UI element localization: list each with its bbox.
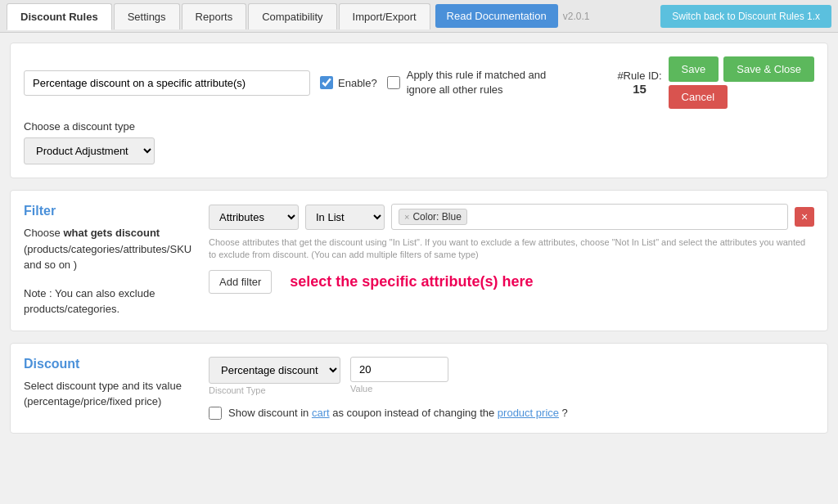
coupon-row: Show discount in cart as coupon instead … (209, 407, 814, 420)
filter-card: Filter Choose what gets discount (produc… (10, 190, 828, 331)
read-docs-button[interactable]: Read Documentation (435, 4, 558, 28)
filter-condition-select[interactable]: In List Not In List (305, 205, 385, 230)
tab-compatibility[interactable]: Compatibility (248, 3, 336, 29)
discount-layout: Discount Select discount type and its va… (24, 357, 814, 420)
filter-hint: Choose attributes that get the discount … (209, 236, 814, 262)
discount-value-input[interactable] (350, 357, 448, 382)
discount-type-section: Choose a discount type Product Adjustmen… (24, 120, 814, 164)
rule-id-info: #Rule ID: 15 (617, 70, 661, 96)
enable-checkbox[interactable] (320, 76, 333, 89)
save-close-button[interactable]: Save & Close (723, 56, 814, 82)
apply-rule-text: Apply this rule if matched and ignore al… (407, 68, 575, 97)
discount-type-label: Choose a discount type (24, 120, 814, 133)
filter-right: Attributes Products Categories SKU In Li… (209, 204, 814, 317)
enable-label: Enable? (320, 76, 377, 89)
cancel-button[interactable]: Cancel (669, 85, 728, 109)
apply-rule-checkbox[interactable] (387, 76, 400, 89)
select-hint-text: select the specific attribute(s) here (290, 273, 533, 290)
rule-name-row: Enable? Apply this rule if matched and i… (24, 56, 814, 109)
tag-remove-icon[interactable]: × (404, 212, 409, 222)
switch-back-button[interactable]: Switch back to Discount Rules 1.x (660, 5, 831, 28)
discount-type-col: Percentage discount Fixed discount Fixed… (209, 357, 340, 395)
version-label: v2.0.1 (563, 11, 590, 22)
filter-row: Attributes Products Categories SKU In Li… (209, 204, 814, 230)
tabs-bar: Discount Rules Settings Reports Compatib… (0, 0, 838, 33)
main-content: Enable? Apply this rule if matched and i… (0, 33, 838, 455)
discount-inputs-row: Percentage discount Fixed discount Fixed… (209, 357, 814, 395)
enable-text: Enable? (338, 77, 377, 89)
filter-layout: Filter Choose what gets discount (produc… (24, 204, 814, 317)
discount-right: Percentage discount Fixed discount Fixed… (209, 357, 814, 420)
tab-reports[interactable]: Reports (182, 3, 247, 29)
rule-id-number: 15 (617, 82, 661, 96)
discount-left: Discount Select discount type and its va… (24, 357, 196, 420)
rule-name-card: Enable? Apply this rule if matched and i… (10, 43, 828, 178)
action-btns-row: Save Save & Close (669, 56, 814, 82)
coupon-label: Show discount in cart as coupon instead … (228, 407, 568, 419)
filter-type-select[interactable]: Attributes Products Categories SKU (209, 205, 299, 230)
discount-title: Discount (24, 357, 196, 371)
tag-value: Color: Blue (412, 211, 461, 223)
rule-id-area: #Rule ID: 15 Save Save & Close Cancel (617, 56, 814, 109)
action-btns: Save Save & Close Cancel (669, 56, 814, 109)
discount-type-select2[interactable]: Percentage discount Fixed discount Fixed… (209, 357, 340, 384)
discount-type-input-label: Discount Type (209, 385, 340, 395)
tab-discount-rules[interactable]: Discount Rules (7, 3, 112, 30)
filter-description: Choose what gets discount (products/cate… (24, 225, 196, 273)
filter-left: Filter Choose what gets discount (produc… (24, 204, 196, 317)
coupon-cart-link[interactable]: cart (312, 407, 330, 419)
filter-title: Filter (24, 204, 196, 218)
rule-id-label: #Rule ID: (617, 70, 661, 82)
tab-settings[interactable]: Settings (114, 3, 180, 29)
filter-tag-input[interactable]: × Color: Blue (391, 204, 788, 230)
tab-import-export[interactable]: Import/Export (339, 3, 430, 29)
discount-type-select[interactable]: Product Adjustment Cart Discount Buy X G… (24, 137, 155, 164)
save-button[interactable]: Save (669, 56, 719, 82)
coupon-checkbox[interactable] (209, 407, 222, 420)
add-filter-row: Add filter select the specific attribute… (209, 270, 814, 294)
add-filter-button[interactable]: Add filter (209, 270, 272, 294)
apply-rule-label: Apply this rule if matched and ignore al… (387, 68, 575, 97)
discount-description: Select discount type and its value (perc… (24, 378, 196, 410)
discount-value-label: Value (350, 384, 448, 394)
rule-name-input[interactable] (24, 70, 310, 96)
discount-card: Discount Select discount type and its va… (10, 343, 828, 434)
filter-bold: what gets discount (63, 227, 160, 239)
discount-value-col: Value (350, 357, 448, 395)
filter-tag: × Color: Blue (399, 209, 467, 225)
remove-filter-button[interactable]: × (795, 207, 814, 227)
coupon-price-link[interactable]: product price (498, 407, 559, 419)
filter-note: Note : You can also exclude products/cat… (24, 286, 196, 317)
